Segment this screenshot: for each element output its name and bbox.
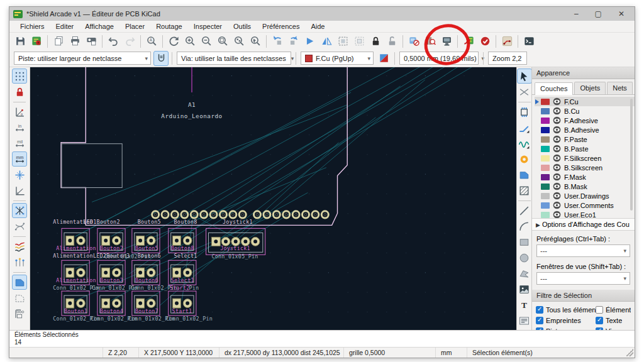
local-ratsnest-button[interactable] bbox=[517, 84, 532, 99]
canvas-label[interactable]: Joystick1 bbox=[223, 219, 253, 225]
sketch-pads-mode-button[interactable] bbox=[12, 306, 27, 321]
draw-rule-area-button[interactable] bbox=[517, 183, 532, 198]
mirror-button[interactable] bbox=[319, 34, 334, 49]
filter-element[interactable]: Élément bbox=[596, 306, 631, 314]
unlock-button[interactable] bbox=[384, 34, 399, 49]
print-button[interactable] bbox=[67, 34, 82, 49]
rotate-cw-button[interactable] bbox=[286, 34, 301, 49]
menu-inspecter[interactable]: Inspecter bbox=[188, 21, 228, 31]
canvas-label[interactable]: Bouton1 bbox=[64, 308, 87, 314]
layer-row-b-adhesive[interactable]: B.Adhesive bbox=[535, 125, 635, 134]
layer-row-b-mask[interactable]: B.Mask bbox=[535, 182, 635, 191]
update-pcb-from-schematic-button[interactable] bbox=[461, 34, 476, 49]
plot-button[interactable] bbox=[84, 34, 99, 49]
highlight-nets-button[interactable] bbox=[12, 239, 27, 254]
canvas-label[interactable]: Conn_01x02_Pin bbox=[104, 253, 151, 260]
place-text-button[interactable]: T bbox=[517, 297, 532, 312]
layer-visibility-eye-icon[interactable] bbox=[553, 135, 561, 143]
zoom-objects-button[interactable] bbox=[231, 34, 247, 49]
layer-visibility-eye-icon[interactable] bbox=[553, 211, 561, 218]
crosshair-cursor-button[interactable] bbox=[12, 167, 27, 182]
close-button[interactable]: ✕ bbox=[618, 10, 625, 18]
layer-visibility-eye-icon[interactable] bbox=[553, 116, 561, 124]
units-mils-button[interactable]: mil bbox=[12, 136, 27, 151]
layer-visibility-eye-icon[interactable] bbox=[553, 192, 561, 200]
layer-color-swatch[interactable] bbox=[541, 202, 550, 209]
layer-color-swatch[interactable] bbox=[541, 184, 550, 190]
layer-color-swatch[interactable] bbox=[541, 155, 550, 162]
menu-aide[interactable]: Aide bbox=[305, 21, 330, 31]
layer-row-f-cu[interactable]: F.Cu bbox=[535, 97, 635, 106]
layer-pair-button[interactable] bbox=[376, 51, 391, 66]
checkbox-icon[interactable] bbox=[596, 306, 603, 314]
layer-visibility-eye-icon[interactable] bbox=[553, 145, 561, 153]
zoom-fit-button[interactable] bbox=[215, 34, 230, 49]
menu-affichage[interactable]: Affichage bbox=[79, 21, 119, 31]
curved-ratsnest-button[interactable] bbox=[12, 219, 27, 234]
layer-color-swatch[interactable] bbox=[541, 136, 550, 143]
track-width-presets-button[interactable] bbox=[153, 51, 169, 66]
save-button[interactable] bbox=[13, 34, 28, 49]
layer-row-f-mask[interactable]: F.Mask bbox=[535, 172, 635, 182]
find-button[interactable]: A bbox=[144, 34, 159, 49]
canvas-label[interactable]: Bouton8 bbox=[171, 245, 194, 251]
canvas-label[interactable]: Select1 bbox=[171, 277, 194, 283]
layer-color-swatch[interactable] bbox=[541, 212, 550, 218]
footprint-editor-button[interactable] bbox=[406, 34, 421, 49]
maximize-button[interactable]: ▢ bbox=[595, 10, 602, 18]
drc-check-button[interactable] bbox=[477, 34, 492, 49]
redo-button[interactable] bbox=[122, 34, 137, 49]
filter-texte[interactable]: Texte bbox=[596, 317, 622, 324]
board-setup-button[interactable] bbox=[29, 34, 44, 49]
group-button[interactable] bbox=[335, 34, 350, 49]
canvas-label[interactable]: Bouton7 bbox=[135, 308, 158, 314]
layer-color-swatch[interactable] bbox=[541, 108, 550, 114]
zoom-selection-button[interactable] bbox=[248, 34, 263, 49]
canvas-label[interactable]: Bouton2 bbox=[100, 245, 123, 251]
resize-grip[interactable] bbox=[626, 349, 633, 356]
layer-row-user-eco1[interactable]: User.Eco1 bbox=[535, 210, 635, 218]
flip-board-view-button[interactable] bbox=[303, 34, 318, 49]
menu-routage[interactable]: Routage bbox=[150, 21, 188, 31]
checkbox-icon[interactable] bbox=[596, 317, 603, 324]
layer-color-swatch[interactable] bbox=[541, 193, 550, 199]
canvas-label[interactable]: Start1 bbox=[172, 308, 192, 314]
net-names-button[interactable] bbox=[12, 255, 27, 270]
zone-fill-mode-button[interactable] bbox=[12, 275, 27, 290]
menu-placer[interactable]: Placer bbox=[119, 21, 150, 31]
units-mm-button[interactable]: mm bbox=[12, 151, 27, 167]
zoom-select[interactable]: Zoom 2,2 bbox=[488, 52, 527, 65]
zone-outline-mode-button[interactable] bbox=[12, 290, 27, 305]
layer-row-b-paste[interactable]: B.Paste bbox=[535, 144, 635, 153]
route-tracks-button[interactable] bbox=[517, 120, 532, 135]
canvas-label[interactable]: Joystick1 bbox=[220, 245, 250, 251]
canvas-label[interactable]: Bouton5 bbox=[138, 219, 161, 225]
zoom-in-button[interactable] bbox=[182, 34, 197, 49]
zoom-out-button[interactable] bbox=[199, 34, 214, 49]
copy-sheet-button[interactable] bbox=[51, 34, 66, 49]
rotate-ccw-button[interactable] bbox=[270, 34, 285, 49]
layer-visibility-eye-icon[interactable] bbox=[553, 201, 561, 209]
canvas-label[interactable]: Bouton3 bbox=[100, 277, 123, 283]
canvas-text[interactable]: A1 bbox=[188, 101, 196, 108]
menu-outils[interactable]: Outils bbox=[228, 21, 257, 31]
place-footprint-button[interactable] bbox=[517, 104, 532, 119]
menu-editer[interactable]: Editer bbox=[50, 21, 80, 31]
grid-select[interactable]: 0,5000 mm (19,69 mils)▾ bbox=[399, 52, 479, 65]
checkbox-icon[interactable] bbox=[536, 327, 543, 331]
undo-button[interactable] bbox=[106, 34, 121, 49]
active-layer-select[interactable]: F.Cu (PgUp)▾ bbox=[301, 52, 374, 65]
checkbox-icon[interactable] bbox=[536, 306, 543, 314]
canvas-label[interactable]: Alimentation bbox=[56, 277, 96, 283]
canvas-label[interactable]: LED1Bouton2 bbox=[83, 219, 119, 225]
canvas-label[interactable]: Bouton5 bbox=[135, 245, 158, 251]
tab-nets[interactable]: Nets bbox=[607, 82, 633, 94]
layer-row-f-silkscreen[interactable]: F.Silkscreen bbox=[535, 153, 635, 163]
layer-visibility-eye-icon[interactable] bbox=[553, 107, 561, 115]
minimize-button[interactable]: – bbox=[574, 10, 579, 18]
polar-coordinates-button[interactable]: θ bbox=[12, 104, 27, 119]
layer-color-swatch[interactable] bbox=[541, 174, 550, 180]
layer-row-b-cu[interactable]: B.Cu bbox=[535, 106, 635, 116]
checkbox-icon[interactable] bbox=[596, 327, 603, 331]
layer-display-options[interactable]: ▶Options d'Affichage des Cou bbox=[532, 218, 635, 231]
